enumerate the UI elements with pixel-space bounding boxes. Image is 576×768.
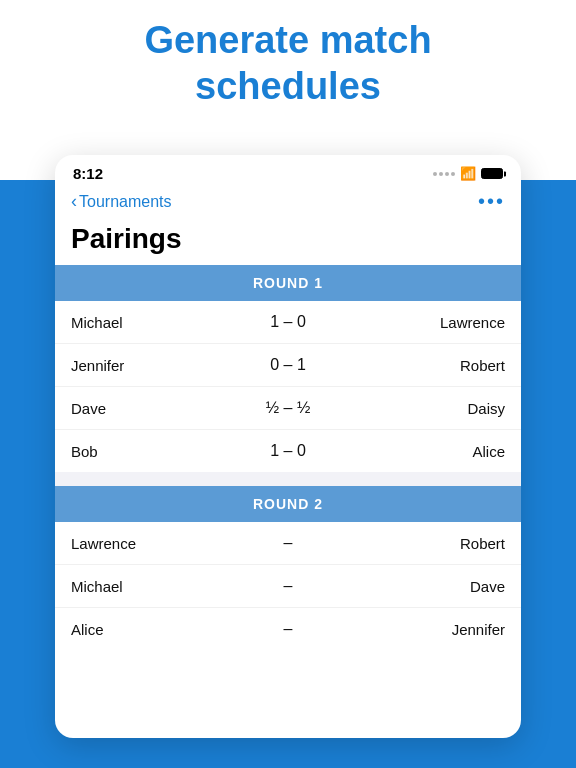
back-button[interactable]: ‹ Tournaments [71, 191, 172, 212]
section-divider [55, 472, 521, 486]
match-row: Jennifer 0 – 1 Robert [55, 344, 521, 387]
page-hero-title: Generate match schedules [0, 18, 576, 109]
player-left: Bob [71, 443, 238, 460]
match-score: – [238, 620, 338, 638]
player-left: Michael [71, 314, 238, 331]
round-1-header: ROUND 1 [55, 265, 521, 301]
status-time: 8:12 [73, 165, 103, 182]
player-right: Daisy [338, 400, 505, 417]
match-score: 1 – 0 [238, 442, 338, 460]
round-1-section: ROUND 1 Michael 1 – 0 Lawrence Jennifer … [55, 265, 521, 472]
match-row: Lawrence – Robert [55, 522, 521, 565]
more-button[interactable]: ••• [478, 190, 505, 213]
player-right: Lawrence [338, 314, 505, 331]
match-score: 1 – 0 [238, 313, 338, 331]
match-score: 0 – 1 [238, 356, 338, 374]
content-area[interactable]: ROUND 1 Michael 1 – 0 Lawrence Jennifer … [55, 265, 521, 738]
match-row: Michael 1 – 0 Lawrence [55, 301, 521, 344]
player-right: Robert [338, 535, 505, 552]
nav-bar: ‹ Tournaments ••• [55, 186, 521, 219]
player-right: Jennifer [338, 621, 505, 638]
player-right: Robert [338, 357, 505, 374]
match-score: ½ – ½ [238, 399, 338, 417]
chevron-left-icon: ‹ [71, 191, 77, 212]
player-left: Alice [71, 621, 238, 638]
round-2-header: ROUND 2 [55, 486, 521, 522]
player-right: Alice [338, 443, 505, 460]
battery-icon [481, 168, 503, 179]
page-title: Pairings [55, 219, 521, 265]
match-row: Michael – Dave [55, 565, 521, 608]
player-left: Jennifer [71, 357, 238, 374]
round-2-section: ROUND 2 Lawrence – Robert Michael – Dave… [55, 486, 521, 650]
player-left: Michael [71, 578, 238, 595]
wifi-icon: 📶 [460, 166, 476, 181]
match-score: – [238, 577, 338, 595]
player-left: Lawrence [71, 535, 238, 552]
player-left: Dave [71, 400, 238, 417]
phone-card: 8:12 📶 ‹ Tournaments ••• Pairings ROUND … [55, 155, 521, 738]
back-label: Tournaments [79, 193, 172, 211]
match-score: – [238, 534, 338, 552]
signal-icon [433, 172, 455, 176]
match-row: Dave ½ – ½ Daisy [55, 387, 521, 430]
status-icons: 📶 [433, 166, 503, 181]
status-bar: 8:12 📶 [55, 155, 521, 186]
match-row: Alice – Jennifer [55, 608, 521, 650]
player-right: Dave [338, 578, 505, 595]
match-row: Bob 1 – 0 Alice [55, 430, 521, 472]
